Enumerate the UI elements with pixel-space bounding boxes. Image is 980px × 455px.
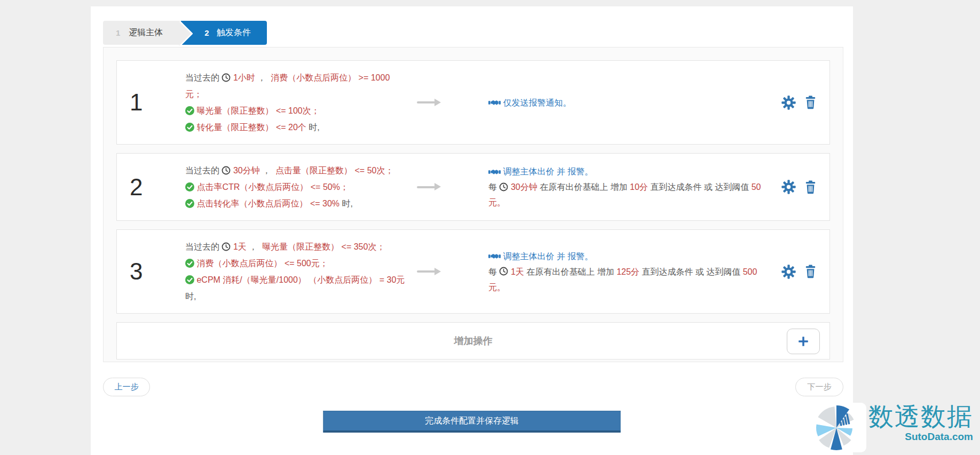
step-label: 逻辑主体 — [129, 27, 163, 38]
rule-number: 3 — [130, 258, 185, 285]
text-segment: 点击转化率（小数点后两位） <= 30% — [194, 199, 339, 208]
rule-line: 调整主体出价 并 报警。 — [488, 249, 761, 264]
rule-line: 仅发送报警通知。 — [488, 95, 761, 110]
text-segment: 曝光量（限正整数） <= 100次； — [194, 106, 320, 115]
logo-title: 数透数据 — [868, 403, 973, 430]
rule-card: 3当过去的 1天 ， 曝光量（限正整数） <= 350次； 消费（小数点后两位）… — [116, 229, 830, 314]
rule-actions: 调整主体出价 并 报警。每 30分钟 在原有出价基础上 增加 10分 直到达成条… — [488, 164, 761, 210]
rule-conditions: 当过去的 1天 ， 曝光量（限正整数） <= 350次； 消费（小数点后两位） … — [185, 238, 405, 305]
condition-action-separator — [405, 270, 488, 273]
text-segment: 在原有出价基础上 增加 — [540, 182, 630, 191]
rule-line: 调整主体出价 并 报警。 — [488, 164, 761, 179]
clock-icon — [499, 267, 508, 276]
trash-icon — [804, 265, 817, 278]
rule-line: 当过去的 1小时 ， 消费（小数点后两位） >= 1000元； — [185, 69, 405, 102]
text-segment: 125分 — [617, 267, 642, 276]
rule-line: 点击率CTR（小数点后两位） <= 50%； — [185, 179, 405, 195]
rule-line: 当过去的 30分钟 ， 点击量（限正整数） <= 50次； — [185, 162, 405, 179]
text-segment: 点击量（限正整数） <= 50次； — [275, 166, 393, 175]
check-circle-icon — [185, 199, 194, 208]
text-segment: ， — [260, 166, 275, 175]
delete-button[interactable] — [804, 95, 817, 109]
check-circle-icon — [185, 182, 194, 191]
rule-action-buttons — [761, 95, 817, 110]
text-segment: 调整主体出价 并 报警。 — [501, 167, 593, 176]
check-circle-icon — [185, 123, 194, 132]
rule-line: 点击转化率（小数点后两位） <= 30% 时, — [185, 195, 405, 212]
add-operation-button[interactable] — [787, 329, 820, 354]
rule-actions: 仅发送报警通知。 — [488, 95, 761, 110]
clock-icon — [222, 73, 231, 82]
text-segment: 直到达成条件 或 达到阈值 — [650, 182, 751, 191]
rule-conditions: 当过去的 30分钟 ， 点击量（限正整数） <= 50次； 点击率CTR（小数点… — [185, 162, 405, 212]
logo-pinwheel-icon — [806, 403, 866, 452]
text-segment: 点击率CTR（小数点后两位） <= 50%； — [194, 182, 349, 191]
text-segment: 调整主体出价 并 报警。 — [501, 252, 593, 261]
settings-button[interactable] — [781, 95, 796, 110]
add-operation-row: 增加操作 — [116, 322, 830, 360]
delete-button[interactable] — [804, 265, 817, 278]
text-segment: 直到达成条件 或 达到阈值 — [642, 267, 742, 276]
rule-action-buttons — [761, 180, 817, 194]
text-segment: 当过去的 — [185, 166, 222, 175]
text-segment: 时, — [185, 292, 196, 301]
rule-actions: 调整主体出价 并 报警。每 1天 在原有出价基础上 增加 125分 直到达成条件… — [488, 249, 761, 295]
rule-line: 转化量（限正整数） <= 20个 时, — [185, 119, 405, 135]
rule-conditions: 当过去的 1小时 ， 消费（小数点后两位） >= 1000元； 曝光量（限正整数… — [185, 69, 405, 135]
text-segment: 每 — [488, 267, 499, 276]
plus-icon — [797, 336, 809, 347]
text-segment: 10分 — [630, 182, 650, 191]
sutodata-logo: 数透数据 SutoData.com — [806, 403, 973, 452]
wizard-step-logic-subject[interactable]: 1 逻辑主体 — [103, 21, 181, 45]
rule-number: 1 — [130, 89, 185, 116]
text-segment: 当过去的 — [185, 73, 222, 82]
arrow-right-icon — [417, 101, 435, 103]
gear-icon — [781, 95, 796, 110]
text-segment: eCPM 消耗/（曝光量/1000） （小数点后两位） = 30元 — [194, 275, 405, 284]
rule-line: 曝光量（限正整数） <= 100次； — [185, 102, 405, 119]
arrow-right-icon — [417, 270, 435, 273]
previous-step-button[interactable]: 上一步 — [103, 378, 150, 396]
rule-line: 当过去的 1天 ， 曝光量（限正整数） <= 350次； — [185, 238, 405, 255]
trash-icon — [804, 180, 817, 194]
text-segment: 1天 — [231, 242, 246, 251]
rule-line: 每 30分钟 在原有出价基础上 增加 10分 直到达成条件 或 达到阈值 50元… — [488, 179, 761, 210]
arrow-right-icon — [417, 186, 435, 188]
settings-button[interactable] — [781, 265, 796, 279]
step-number: 1 — [116, 28, 120, 37]
text-segment: 转化量（限正整数） <= 20个 — [194, 123, 306, 132]
gear-icon — [781, 265, 796, 279]
rule-line: 消费（小数点后两位） <= 500元； — [185, 255, 405, 272]
text-segment: 1小时 — [231, 73, 255, 82]
main-panel: 1 逻辑主体 2 触发条件 1当过去的 1小时 ， 消费（小数点后两位） >= … — [91, 6, 853, 455]
condition-action-separator — [405, 186, 488, 188]
settings-button[interactable] — [781, 180, 796, 194]
text-segment: 在原有出价基础上 增加 — [526, 267, 617, 276]
text-segment: 时, — [339, 199, 353, 208]
handshake-icon — [488, 252, 501, 260]
clock-icon — [222, 166, 231, 175]
trash-icon — [804, 95, 817, 109]
text-segment: 曝光量（限正整数） <= 350次； — [262, 242, 385, 251]
add-operation-label: 增加操作 — [454, 334, 493, 347]
next-step-button[interactable]: 下一步 — [795, 378, 843, 396]
text-segment: 30分钟 — [231, 166, 259, 175]
rules-container: 1当过去的 1小时 ， 消费（小数点后两位） >= 1000元； 曝光量（限正整… — [103, 47, 843, 362]
logo-domain: SutoData.com — [868, 431, 973, 443]
text-segment: 30分钟 — [508, 182, 540, 191]
logo-text: 数透数据 SutoData.com — [868, 403, 973, 443]
step-number: 2 — [204, 28, 209, 37]
text-segment: 仅发送报警通知。 — [501, 98, 571, 107]
wizard-step-trigger-conditions[interactable]: 2 触发条件 — [181, 21, 266, 45]
handshake-icon — [488, 99, 501, 107]
text-segment: 当过去的 — [185, 242, 222, 251]
check-circle-icon — [185, 275, 194, 284]
handshake-icon — [488, 168, 501, 176]
rule-line: 每 1天 在原有出价基础上 增加 125分 直到达成条件 或 达到阈值 500元… — [488, 264, 761, 295]
text-segment: ， — [255, 73, 271, 82]
save-logic-button[interactable]: 完成条件配置并保存逻辑 — [323, 411, 621, 433]
text-segment: 时, — [306, 123, 320, 132]
clock-icon — [499, 182, 508, 191]
delete-button[interactable] — [804, 180, 817, 194]
rule-action-buttons — [761, 265, 817, 279]
